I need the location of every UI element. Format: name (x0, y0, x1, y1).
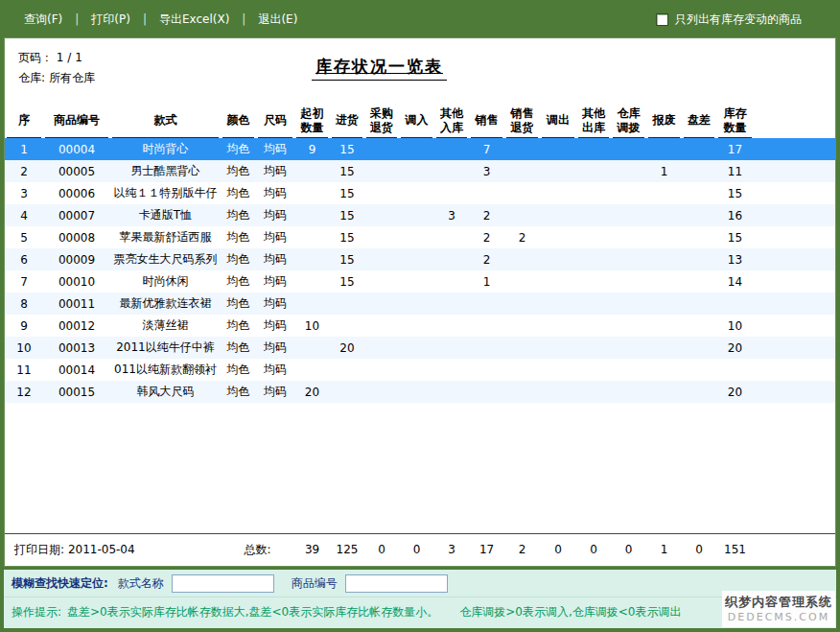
cell: 均色 (221, 359, 256, 381)
cell (682, 359, 716, 381)
cell (399, 248, 434, 270)
table-row[interactable]: 100004时尚背心均色均码915717 (5, 138, 835, 160)
table-row[interactable]: 600009票亮女生大尺码系列均色均码15213 (5, 248, 835, 270)
cell (399, 293, 434, 315)
report-panel: 页码： 1 / 1 仓库: 所有仓库 库存状况一览表 序商品 (4, 37, 836, 567)
cell (646, 359, 682, 381)
cell (434, 359, 469, 381)
cell (504, 293, 540, 315)
cell (364, 270, 399, 293)
cell: 均色 (221, 204, 256, 226)
header-filler (754, 98, 835, 138)
cell: 15 (330, 248, 364, 270)
menu-exit[interactable]: 退出(E) (245, 12, 310, 28)
cell (504, 337, 540, 359)
cell: 011以纯新款翻领衬 (110, 359, 221, 381)
cell: 15 (330, 138, 364, 160)
cell (611, 248, 646, 270)
cell (611, 315, 646, 337)
column-header: 起初 数量 (294, 98, 330, 138)
table-row[interactable]: 400007卡通版T恤均色均码153216 (5, 204, 835, 226)
cell (646, 226, 682, 248)
cell: 11 (5, 359, 43, 381)
table-row[interactable]: 1200015韩风大尺码均色均码2020 (5, 381, 835, 403)
cell: 苹果最新舒适西服 (110, 226, 221, 248)
cell (504, 381, 540, 403)
column-header: 调入 (399, 98, 434, 138)
row-filler (754, 138, 835, 160)
cell (330, 359, 364, 381)
cell (469, 359, 504, 381)
cell: 均色 (221, 381, 256, 403)
cell (576, 182, 611, 204)
row-filler (754, 160, 835, 182)
style-name-input[interactable] (172, 574, 274, 593)
cell (399, 359, 434, 381)
cell (330, 381, 364, 403)
table-row[interactable]: 200005男士酷黑背心均色均码153111 (5, 160, 835, 182)
cell: 3 (5, 182, 43, 204)
cell: 淡薄丝裙 (110, 315, 221, 337)
cell: 15 (330, 204, 364, 226)
cell (364, 293, 399, 315)
cell (576, 248, 611, 270)
table-row[interactable]: 700010时尚休闲均色均码15114 (5, 270, 835, 293)
table-body: 100004时尚背心均色均码915717200005男士酷黑背心均色均码1531… (5, 138, 835, 403)
cell (611, 160, 646, 182)
column-header: 调出 (540, 98, 576, 138)
product-id-input[interactable] (345, 574, 448, 593)
cell (611, 293, 646, 315)
column-header: 销售 (469, 98, 504, 138)
cell (646, 337, 682, 359)
cell (540, 315, 576, 337)
cell: 13 (716, 248, 754, 270)
row-filler (754, 182, 835, 204)
cell: 以纯１１特别版牛仔 (110, 182, 221, 204)
row-filler (754, 226, 835, 248)
cell: 时尚背心 (110, 138, 221, 160)
column-header: 进货 (330, 98, 364, 138)
table-row[interactable]: 1100014011以纯新款翻领衬均色均码 (5, 359, 835, 381)
cell: 均码 (256, 359, 294, 381)
cell (682, 381, 716, 403)
total-value: 0 (576, 539, 611, 560)
table-row[interactable]: 10000132011以纯牛仔中裤均色均码2020 (5, 337, 835, 359)
cell (364, 248, 399, 270)
cell: 均色 (221, 270, 256, 293)
table-row[interactable]: 900012淡薄丝裙均色均码1010 (5, 315, 835, 337)
cell: 10 (294, 315, 330, 337)
cell (576, 337, 611, 359)
cell: 均码 (256, 160, 294, 182)
cell: 时尚休闲 (110, 270, 221, 293)
row-filler (754, 204, 835, 226)
cell: 1 (5, 138, 43, 160)
menu-print[interactable]: 打印(P) (79, 12, 143, 28)
column-header: 颜色 (221, 98, 256, 138)
cell (682, 270, 716, 293)
table-row[interactable]: 300006以纯１１特别版牛仔均色均码1515 (5, 182, 835, 204)
totals-label: 总数: (221, 539, 294, 560)
cell (504, 204, 540, 226)
cell: 4 (5, 204, 43, 226)
cell (364, 160, 399, 182)
cell (469, 293, 504, 315)
cell (364, 337, 399, 359)
menu-query[interactable]: 查询(F) (12, 12, 75, 28)
product-id-label: 商品编号 (292, 575, 338, 592)
cell: 均色 (221, 337, 256, 359)
cell (646, 270, 682, 293)
cell: 均色 (221, 293, 256, 315)
cell: 1 (646, 160, 682, 182)
cell (646, 381, 682, 403)
menu-export-excel[interactable]: 导出Excel(X) (147, 12, 242, 28)
table-row[interactable]: 800011最新优雅款连衣裙均色均码 (5, 293, 835, 315)
cell (294, 270, 330, 293)
cell (611, 138, 646, 160)
cell: 均码 (256, 337, 294, 359)
table-row[interactable]: 500008苹果最新舒适西服均色均码152215 (5, 226, 835, 248)
cell (540, 270, 576, 293)
stock-change-filter-checkbox[interactable] (656, 13, 668, 26)
cell (294, 293, 330, 315)
cell (682, 182, 716, 204)
tip-diff: 盘差>0表示实际库存比帐存数据大,盘差<0表示实际库存比帐存数量小。 (67, 604, 438, 620)
